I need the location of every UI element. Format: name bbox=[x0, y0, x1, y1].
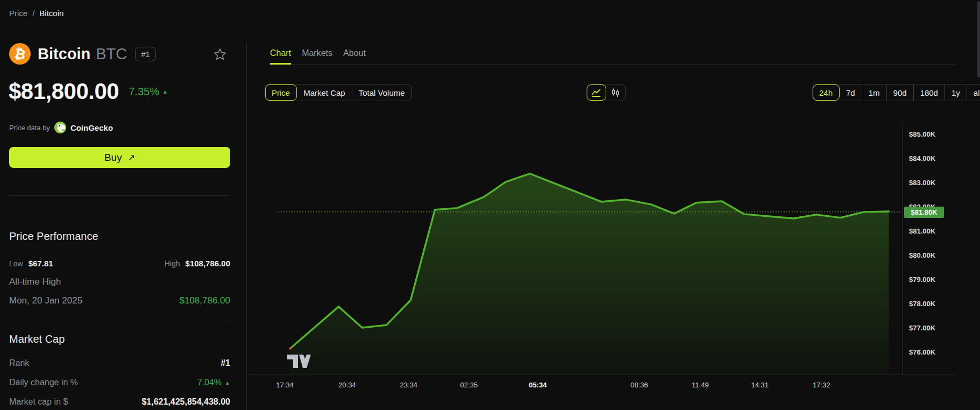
breadcrumb-root[interactable]: Price bbox=[9, 9, 27, 18]
candlestick-icon[interactable] bbox=[606, 84, 625, 101]
price-chart[interactable] bbox=[247, 124, 902, 374]
row-value: #1 bbox=[221, 358, 230, 368]
high-label: High bbox=[165, 259, 180, 268]
chart-area-fill bbox=[290, 174, 889, 374]
coin-symbol: BTC bbox=[96, 45, 127, 63]
metric-market-cap[interactable]: Market Cap bbox=[297, 84, 352, 101]
market-cap-row: Daily change in %7.04%▲ bbox=[9, 378, 230, 387]
buy-button[interactable]: Buy ↗ bbox=[9, 147, 230, 168]
x-tick-label: 20:34 bbox=[330, 381, 364, 389]
up-arrow-icon: ▲ bbox=[162, 89, 168, 95]
x-tick-label: 14:31 bbox=[743, 381, 777, 389]
metric-price[interactable]: Price bbox=[265, 84, 297, 101]
row-label: Daily change in % bbox=[9, 378, 78, 387]
low-high-row: Low$67.81 High$108,786.00 bbox=[9, 259, 230, 268]
x-tick-label: 17:32 bbox=[804, 381, 839, 389]
x-tick-label: 11:49 bbox=[683, 381, 718, 389]
content-tabs: ChartMarketsAbout bbox=[270, 48, 366, 65]
range-90d[interactable]: 90d bbox=[887, 84, 914, 101]
price-performance-title: Price Performance bbox=[9, 230, 98, 243]
low-value: $67.81 bbox=[29, 259, 53, 268]
price-change: 7.35% ▲ bbox=[129, 86, 168, 98]
ath-date: Mon, 20 Jan 2025 bbox=[9, 295, 82, 306]
rank-badge: #1 bbox=[135, 47, 156, 61]
range-1y[interactable]: 1y bbox=[945, 84, 967, 101]
market-cap-title: Market Cap bbox=[9, 333, 65, 345]
price-attribution: Price data by CoinGecko bbox=[9, 122, 113, 133]
y-tick-label: $80.00K bbox=[909, 251, 952, 259]
tab-markets[interactable]: Markets bbox=[302, 48, 332, 65]
coin-name: Bitcoin bbox=[38, 45, 90, 63]
high-value: $108,786.00 bbox=[186, 259, 230, 268]
breadcrumb: Price / Bitcoin bbox=[9, 9, 63, 18]
row-value: $1,621,425,854,438.00 bbox=[141, 397, 230, 407]
ath-title: All-time High bbox=[9, 277, 61, 287]
range-24h[interactable]: 24h bbox=[813, 84, 840, 101]
market-cap-row: Market cap in $$1,621,425,854,438.00 bbox=[9, 397, 230, 407]
coin-header: ₿ Bitcoin BTC #1 bbox=[9, 43, 156, 65]
line-chart-icon[interactable] bbox=[587, 84, 606, 101]
range-180d[interactable]: 180d bbox=[914, 84, 945, 101]
market-cap-row: Rank#1 bbox=[9, 358, 230, 368]
attribution-prefix: Price data by bbox=[9, 124, 50, 132]
attribution-provider[interactable]: CoinGecko bbox=[70, 123, 113, 132]
y-tick-label: $76.00K bbox=[909, 348, 952, 356]
x-tick-label: 02:35 bbox=[452, 381, 486, 389]
y-tick-label: $83.00K bbox=[909, 179, 952, 187]
current-price-badge: $81.80K bbox=[904, 207, 944, 218]
x-tick-label: 23:34 bbox=[392, 381, 426, 389]
external-arrow-icon: ↗ bbox=[128, 152, 135, 162]
coingecko-logo-icon bbox=[54, 122, 66, 133]
bitcoin-logo-icon: ₿ bbox=[9, 43, 31, 65]
tab-about[interactable]: About bbox=[343, 48, 366, 65]
x-axis-line bbox=[247, 374, 956, 374]
current-price: $81,800.00 bbox=[9, 79, 119, 104]
range-all[interactable]: all bbox=[967, 84, 980, 101]
range-1m[interactable]: 1m bbox=[862, 84, 887, 101]
metric-toggle: PriceMarket CapTotal Volume bbox=[265, 84, 412, 101]
row-label: Market cap in $ bbox=[9, 397, 68, 407]
tabbar-border bbox=[269, 64, 956, 65]
tradingview-logo-icon[interactable] bbox=[287, 354, 311, 369]
y-tick-label: $85.00K bbox=[909, 130, 952, 138]
y-tick-label: $77.00K bbox=[909, 324, 952, 332]
y-tick-label: $84.00K bbox=[909, 154, 952, 162]
divider bbox=[9, 321, 230, 321]
metric-total-volume[interactable]: Total Volume bbox=[352, 84, 411, 101]
breadcrumb-current: Bitcoin bbox=[39, 9, 63, 18]
y-tick-label: $79.00K bbox=[909, 275, 952, 284]
breadcrumb-separator: / bbox=[32, 9, 34, 18]
favorite-star-icon[interactable] bbox=[213, 47, 227, 61]
chart-type-toggle bbox=[586, 84, 626, 101]
x-tick-label: 05:34 bbox=[521, 381, 555, 389]
y-tick-label: $78.00K bbox=[909, 300, 952, 308]
ath-row: Mon, 20 Jan 2025 $108,786.00 bbox=[9, 295, 230, 306]
x-tick-label: 08:36 bbox=[622, 381, 657, 389]
low-label: Low bbox=[9, 259, 23, 268]
tab-chart[interactable]: Chart bbox=[270, 48, 291, 65]
divider bbox=[9, 195, 230, 196]
x-tick-label: 17:34 bbox=[268, 381, 302, 389]
up-arrow-icon: ▲ bbox=[225, 380, 230, 386]
range-7d[interactable]: 7d bbox=[840, 84, 862, 101]
ath-value: $108,786.00 bbox=[179, 295, 230, 306]
row-label: Rank bbox=[9, 358, 29, 368]
time-range-toggle: 24h7d1m90d180d1yall bbox=[812, 84, 980, 101]
series-start-marker bbox=[289, 348, 291, 350]
row-value: 7.04%▲ bbox=[197, 378, 230, 387]
page-scrollbar[interactable] bbox=[977, 1, 980, 77]
y-tick-label: $81.00K bbox=[909, 227, 952, 235]
price-header: $81,800.00 7.35% ▲ bbox=[9, 79, 168, 104]
y-axis-line bbox=[902, 124, 903, 374]
